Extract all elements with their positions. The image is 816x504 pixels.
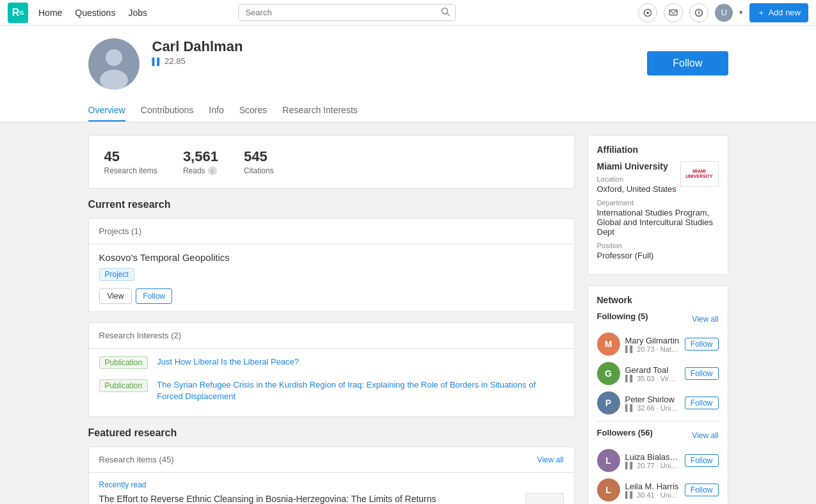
affiliation-title: Affiliation [597, 145, 719, 155]
network-card: Network Following (5) View all M Mary Gi… [588, 285, 728, 504]
tab-contributions[interactable]: Contributions [141, 100, 194, 122]
following-avatar-3: P [597, 391, 620, 414]
follower-person-1: L Luiza Bialasiewicz ▌▌ 20.77 · Universi… [597, 449, 719, 472]
search-icon [441, 7, 450, 16]
affil-department: Department International Studies Program… [597, 199, 719, 237]
notification-icon [694, 8, 703, 17]
research-item-content: The Effort to Reverse Ethnic Cleansing i… [99, 493, 518, 504]
following-person-1: M Mary Gilmartin ▌▌ 20.73 · National Uni… [597, 333, 719, 356]
project-actions: View Follow [99, 288, 564, 304]
research-item: The Effort to Reverse Ethnic Cleansing i… [99, 493, 564, 504]
tab-scores[interactable]: Scores [239, 100, 268, 122]
project-title: Kosovo's Temporal Geopolitics [99, 252, 564, 263]
nav-jobs[interactable]: Jobs [128, 8, 147, 18]
research-interests-card: Research Interests (2) Publication Just … [88, 322, 575, 417]
network-divider-1 [597, 421, 719, 421]
interest-link-2[interactable]: The Syrian Refugee Crisis in the Kurdish… [157, 379, 563, 402]
project-view-button[interactable]: View [99, 288, 132, 304]
search-input[interactable] [239, 5, 436, 20]
right-column: Affiliation MIAMIUNIVERSITY Miami Univer… [588, 135, 728, 504]
featured-research-card: Research items (45) View all Recently re… [88, 446, 575, 504]
profile-follow-area: Follow [647, 45, 728, 75]
following-person-2: G Gerard Toal ▌▌ 35.03 · Virginia Polyt.… [597, 362, 719, 385]
featured-research-title: Featured research [88, 427, 575, 439]
nav-links: Home Questions Jobs [38, 8, 147, 18]
score-icon: ▌▌ [152, 58, 163, 65]
affil-position: Position Professor (Full) [597, 242, 719, 260]
network-title: Network [597, 295, 719, 305]
svg-point-7 [699, 14, 700, 15]
follower-follow-btn-1[interactable]: Follow [685, 454, 719, 467]
interest-tag-1: Publication [99, 356, 148, 369]
following-person-3: P Peter Shirlow ▌▌ 32.66 · University of… [597, 391, 719, 414]
nav-questions[interactable]: Questions [75, 8, 115, 18]
followers-label: Followers (56) [597, 428, 653, 437]
following-avatar-1: M [597, 333, 620, 356]
projects-header: Projects (1) [89, 219, 574, 244]
interests-header: Research Interests (2) [89, 323, 574, 349]
follower-follow-btn-2[interactable]: Follow [685, 484, 719, 496]
stat-research-items: 45 Research items [104, 148, 157, 175]
profile-follow-button[interactable]: Follow [647, 51, 728, 75]
messages-button[interactable] [664, 3, 683, 22]
affiliation-card: Affiliation MIAMIUNIVERSITY Miami Univer… [588, 135, 728, 275]
message-icon [669, 8, 678, 17]
top-navigation: RG Home Questions Jobs [0, 0, 816, 26]
profile-tabs: Overview Contributions Info Scores Resea… [76, 100, 741, 122]
alerts-button[interactable] [638, 3, 657, 22]
profile-avatar [88, 38, 140, 90]
user-avatar[interactable]: U [715, 4, 733, 22]
stats-card: 45 Research items 3,561 Reads i 545 Cita… [88, 135, 575, 189]
following-follow-btn-3[interactable]: Follow [685, 397, 719, 409]
profile-header: Carl Dahlman ▌▌ 22.85 Follow Overview Co… [0, 26, 816, 122]
followers-view-all[interactable]: View all [692, 431, 718, 440]
main-content: 45 Research items 3,561 Reads i 545 Cita… [76, 135, 741, 504]
following-follow-btn-2[interactable]: Follow [685, 367, 719, 380]
following-view-all[interactable]: View all [692, 315, 718, 324]
profile-info: Carl Dahlman ▌▌ 22.85 [152, 38, 635, 66]
reads-info-icon[interactable]: i [208, 166, 217, 175]
profile-name: Carl Dahlman [152, 38, 635, 55]
follower-avatar-2: L [597, 478, 620, 501]
article-thumbnail [525, 493, 564, 504]
svg-point-9 [106, 49, 122, 66]
project-tags-row: Project [99, 268, 564, 285]
interest-item-1: Publication Just How Liberal Is the Libe… [99, 356, 564, 373]
search-button[interactable] [436, 4, 455, 20]
nav-home[interactable]: Home [38, 8, 62, 18]
svg-point-10 [100, 70, 128, 90]
following-label: Following (5) [597, 311, 648, 321]
tab-overview[interactable]: Overview [88, 100, 125, 122]
notifications-button[interactable] [689, 3, 708, 22]
user-menu-chevron[interactable]: ▾ [739, 8, 743, 17]
current-research-title: Current research [88, 199, 575, 210]
interest-tag-2: Publication [99, 379, 148, 392]
following-follow-btn-1[interactable]: Follow [685, 338, 719, 350]
following-avatar-2: G [597, 362, 620, 385]
profile-score: ▌▌ 22.85 [152, 56, 635, 66]
follower-person-2: L Leila M. Harris ▌▌ 30.41 · University … [597, 478, 719, 501]
follower-avatar-1: L [597, 449, 620, 472]
add-new-button[interactable]: ＋ Add new [749, 3, 808, 22]
tab-research-interests[interactable]: Research Interests [282, 100, 358, 122]
svg-point-3 [646, 12, 649, 14]
featured-items-body: Recently read The Effort to Reverse Ethn… [89, 473, 574, 504]
stat-citations: 545 Citations [244, 148, 274, 175]
tab-info[interactable]: Info [209, 100, 223, 122]
interest-link-1[interactable]: Just How Liberal Is the Liberal Peace? [157, 356, 299, 368]
projects-card: Projects (1) Kosovo's Temporal Geopoliti… [88, 218, 575, 312]
search-bar [238, 4, 456, 21]
profile-avatar-image [88, 38, 140, 90]
following-header: Following (5) View all [597, 311, 719, 326]
projects-body: Kosovo's Temporal Geopolitics Project Vi… [89, 244, 574, 311]
interest-item-2: Publication The Syrian Refugee Crisis in… [99, 379, 564, 402]
svg-line-1 [447, 13, 450, 16]
project-follow-button[interactable]: Follow [136, 288, 172, 304]
university-logo: MIAMIUNIVERSITY [680, 161, 719, 187]
nav-right-actions: U ▾ ＋ Add new [638, 3, 808, 22]
followers-header: Followers (56) View all [597, 428, 719, 443]
project-tag: Project [99, 268, 134, 281]
view-all-link[interactable]: View all [537, 455, 563, 464]
bell-icon [643, 8, 652, 17]
app-logo: RG [8, 3, 28, 23]
